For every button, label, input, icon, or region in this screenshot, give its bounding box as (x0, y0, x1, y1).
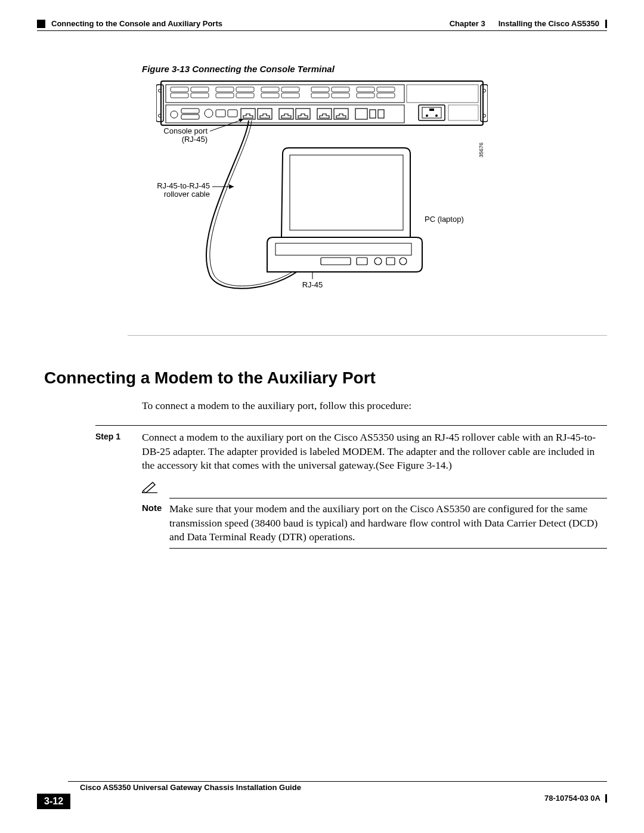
svg-rect-29 (332, 87, 349, 92)
svg-rect-30 (332, 93, 349, 98)
svg-rect-49 (370, 110, 376, 118)
svg-rect-18 (191, 93, 209, 98)
svg-rect-23 (261, 87, 279, 92)
svg-rect-61 (357, 258, 367, 265)
figure-caption: Figure 3-13 Connecting the Console Termi… (142, 64, 607, 74)
svg-rect-24 (261, 93, 279, 98)
figure-wrapper: Console port (RJ-45) RJ-45-to-RJ-45 roll… (37, 79, 607, 314)
svg-point-39 (205, 109, 213, 117)
svg-rect-2 (481, 85, 488, 122)
svg-rect-59 (290, 155, 403, 230)
note-label: Note (142, 502, 169, 513)
svg-point-36 (171, 111, 178, 118)
svg-rect-63 (386, 258, 395, 265)
svg-rect-26 (281, 93, 299, 98)
step-1-text: Connect a modem to the auxiliary port on… (142, 431, 607, 473)
svg-rect-8 (407, 85, 478, 103)
label-console-port-2: (RJ-45) (182, 135, 208, 144)
svg-rect-50 (378, 110, 384, 118)
label-pc-laptop: PC (laptop) (425, 215, 464, 224)
svg-rect-32 (357, 93, 374, 98)
note-rule-bottom (169, 548, 607, 549)
step-1: Step 1 Connect a modem to the auxiliary … (95, 431, 607, 473)
svg-rect-20 (216, 93, 234, 98)
note-block: Note Make sure that your modem and the a… (142, 480, 607, 549)
svg-rect-15 (171, 87, 188, 92)
header-square-icon (37, 20, 45, 28)
page-footer: Cisco AS5350 Universal Gateway Chassis I… (37, 781, 607, 809)
figure-diagram: Console port (RJ-45) RJ-45-to-RJ-45 roll… (156, 79, 488, 314)
footer-rule (68, 781, 607, 782)
svg-rect-17 (191, 87, 209, 92)
svg-rect-41 (228, 110, 237, 117)
label-rollover-2: rollover cable (164, 190, 210, 199)
svg-rect-60 (321, 258, 351, 265)
svg-rect-19 (216, 87, 234, 92)
svg-rect-28 (311, 93, 329, 98)
svg-marker-54 (229, 184, 234, 189)
svg-point-12 (435, 114, 438, 117)
svg-rect-38 (181, 114, 199, 119)
svg-rect-1 (156, 85, 163, 122)
step-rule (95, 425, 607, 426)
svg-rect-13 (429, 109, 434, 111)
footer-tick-icon (605, 794, 607, 803)
svg-rect-48 (355, 109, 367, 119)
step-1-label: Step 1 (95, 431, 142, 441)
pencil-icon (142, 480, 159, 493)
svg-rect-22 (236, 93, 254, 98)
svg-rect-21 (236, 87, 254, 92)
header-chapter-title: Installing the Cisco AS5350 (499, 19, 599, 28)
svg-rect-16 (171, 93, 188, 98)
svg-rect-0 (161, 81, 483, 125)
svg-rect-14 (448, 105, 478, 120)
svg-point-62 (374, 258, 382, 265)
header-chapter-label: Chapter 3 (450, 19, 485, 28)
svg-rect-7 (166, 85, 404, 103)
svg-point-64 (400, 258, 407, 265)
svg-point-11 (426, 114, 428, 117)
page-number: 3-12 (37, 794, 70, 809)
figure-separator (128, 335, 607, 336)
svg-rect-25 (281, 87, 299, 92)
note-rule-top (169, 498, 607, 498)
svg-rect-27 (311, 87, 329, 92)
svg-rect-40 (216, 110, 225, 117)
page-header: Connecting to the Console and Auxiliary … (37, 19, 607, 28)
label-console-port-1: Console port (163, 126, 208, 135)
svg-rect-37 (181, 109, 199, 113)
header-rule (37, 30, 607, 31)
footer-guide-title: Cisco AS5350 Universal Gateway Chassis I… (80, 783, 607, 792)
label-rj45: RJ-45 (302, 280, 323, 289)
svg-rect-34 (377, 93, 395, 98)
intro-paragraph: To connect a modem to the auxiliary port… (142, 400, 607, 412)
svg-rect-31 (357, 87, 374, 92)
publication-number: 78-10754-03 0A (544, 794, 600, 803)
svg-rect-33 (377, 87, 395, 92)
section-heading: Connecting a Modem to the Auxiliary Port (44, 368, 607, 388)
header-section-title: Connecting to the Console and Auxiliary … (51, 19, 222, 28)
header-tick-icon (605, 20, 607, 28)
label-rollover-1: RJ-45-to-RJ-45 (157, 181, 210, 190)
note-text: Make sure that your modem and the auxili… (169, 502, 607, 544)
label-image-id: 35676 (478, 143, 484, 157)
